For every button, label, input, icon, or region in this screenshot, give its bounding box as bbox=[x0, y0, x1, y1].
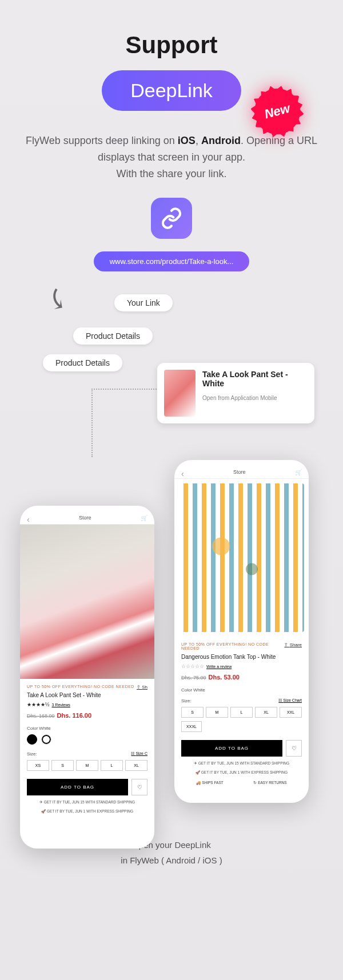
size-option[interactable]: S bbox=[181, 707, 204, 718]
phone-mockup-right: Store ⇪ Share UP TO 50% OFF EVERYTHING! … bbox=[174, 460, 309, 803]
chip-your-link: Your Link bbox=[114, 294, 173, 311]
easy-returns-badge: ↻ EASY RETURNS bbox=[253, 781, 286, 785]
wishlist-button[interactable]: ♡ bbox=[131, 779, 147, 795]
preview-card-title: Take A Look Pant Set - White bbox=[202, 370, 308, 388]
preview-card-image bbox=[164, 370, 196, 417]
android-text: Android bbox=[201, 135, 241, 146]
shipping-express: 🚀 GET IT BY TUE, JUN 1 WITH EXPRESS SHIP… bbox=[27, 809, 147, 814]
deeplink-pill: DeepLink bbox=[102, 70, 241, 111]
star-rating: ☆☆☆☆☆ bbox=[181, 663, 204, 669]
size-option[interactable]: XXL bbox=[280, 707, 302, 718]
reviews-link[interactable]: 3 Reviews bbox=[52, 703, 70, 707]
store-header: Store bbox=[174, 460, 309, 479]
chip-product-details-1: Product Details bbox=[73, 327, 153, 345]
color-label: Color White bbox=[27, 726, 147, 731]
product-title: Dangerous Emotion Tank Top - White bbox=[181, 654, 302, 660]
url-pill[interactable]: www.store.com/product/Take-a-look... bbox=[94, 251, 250, 271]
shipping-standard: ✈ GET IT BY TUE, JUN 15 WITH STANDARD SH… bbox=[27, 800, 147, 805]
product-title: Take A Look Pant Set - White bbox=[27, 692, 147, 698]
product-image[interactable] bbox=[179, 483, 304, 632]
store-header: Store bbox=[20, 506, 154, 525]
shipping-standard: ✈ GET IT BY TUE, JUN 15 WITH STANDARD SH… bbox=[181, 761, 302, 766]
page-title: Support bbox=[0, 31, 343, 59]
shipping-express: 🚀 GET IT BY TUE, JUN 1 WITH EXPRESS SHIP… bbox=[181, 770, 302, 775]
promo-banner: UP TO 50% OFF EVERYTHING! NO CODE NEEDED bbox=[181, 642, 302, 650]
share-link[interactable]: ⇪ Sh bbox=[137, 685, 147, 690]
size-option[interactable]: M bbox=[206, 707, 228, 718]
size-option[interactable]: M bbox=[76, 760, 98, 771]
size-option[interactable]: XL bbox=[125, 760, 147, 771]
price-old: Dhs. 75.00 bbox=[181, 675, 206, 681]
chip-product-details-2: Product Details bbox=[43, 354, 122, 371]
price-old: Dhs. 168.00 bbox=[27, 713, 55, 719]
size-option[interactable]: XL bbox=[255, 707, 277, 718]
add-to-bag-button[interactable]: ADD TO BAG bbox=[27, 779, 128, 795]
size-chart-link[interactable]: ☷ Size C bbox=[131, 751, 147, 756]
color-label: Color White bbox=[181, 687, 302, 693]
dotted-line-vertical bbox=[91, 389, 93, 457]
ships-fast-badge: 🚚 SHIPS FAST bbox=[196, 781, 223, 785]
share-link[interactable]: ⇪ Share bbox=[284, 642, 302, 647]
price-new: Dhs. 116.00 bbox=[57, 712, 92, 719]
promo-banner: UP TO 50% OFF EVERYTHING! NO CODE NEEDED bbox=[27, 685, 147, 689]
link-icon bbox=[151, 198, 192, 239]
phone-mockup-left: Store ⇪ Sh UP TO 50% OFF EVERYTHING! NO … bbox=[20, 506, 154, 849]
product-image[interactable] bbox=[20, 525, 154, 679]
description: FlyWeb supports deep linking on iOS, And… bbox=[26, 133, 317, 182]
size-label: Size: bbox=[27, 751, 147, 757]
preview-card[interactable]: Take A Look Pant Set - White Open from A… bbox=[157, 363, 314, 423]
size-option[interactable]: S bbox=[51, 760, 74, 771]
size-option[interactable]: XS bbox=[27, 760, 49, 771]
size-option[interactable]: L bbox=[230, 707, 253, 718]
curved-arrow-icon: ⤹ bbox=[43, 281, 71, 317]
color-swatch-black[interactable] bbox=[27, 734, 37, 745]
dotted-line-horizontal bbox=[91, 389, 166, 390]
size-chart-link[interactable]: ☷ Size Chart bbox=[278, 698, 302, 703]
ios-text: iOS bbox=[178, 135, 196, 146]
preview-card-subtitle: Open from Application Mobile bbox=[202, 395, 308, 401]
price-new: Dhs. 53.00 bbox=[209, 674, 240, 681]
desc-pre: FlyWeb supports deep linking on bbox=[26, 135, 178, 146]
star-rating: ★★★★½ bbox=[27, 702, 50, 707]
size-option[interactable]: L bbox=[101, 760, 123, 771]
size-option[interactable]: XXXL bbox=[181, 721, 202, 732]
write-review-link[interactable]: Write a review bbox=[206, 665, 232, 669]
add-to-bag-button[interactable]: ADD TO BAG bbox=[181, 740, 282, 757]
color-swatch-white[interactable] bbox=[41, 734, 51, 745]
wishlist-button[interactable]: ♡ bbox=[286, 740, 302, 757]
